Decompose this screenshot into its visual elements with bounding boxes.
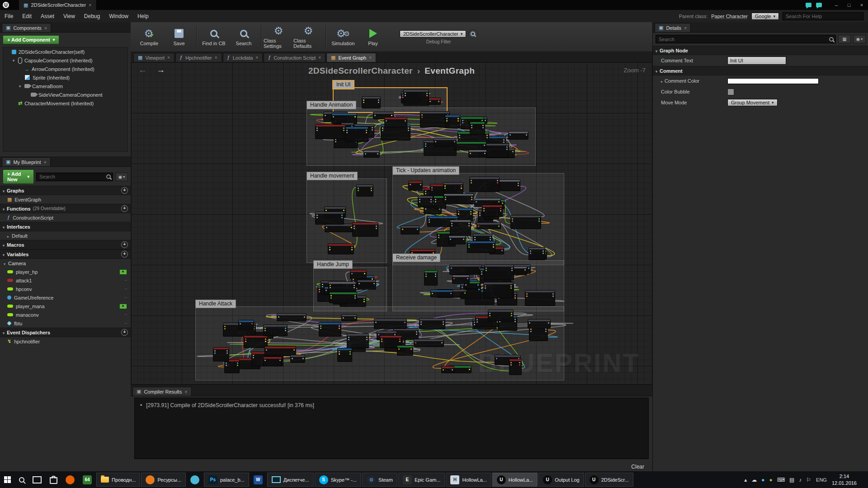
taskbar-app-skype[interactable]: SSkype™ -...: [315, 473, 361, 487]
blueprint-node[interactable]: [345, 127, 368, 142]
blueprint-node[interactable]: [510, 215, 541, 230]
debug-search-button[interactable]: [468, 29, 477, 38]
item-row-attack1[interactable]: attack1╌: [0, 276, 131, 285]
status-blue-icon[interactable]: ●: [761, 477, 764, 483]
menu-asset[interactable]: Asset: [36, 13, 59, 19]
item-row-hpconv[interactable]: hpconv╌: [0, 285, 131, 293]
blueprint-node[interactable]: [419, 318, 446, 329]
component-row-charactermovement-inherited[interactable]: ⇄CharacterMovement (Inherited): [3, 99, 127, 108]
keyboard-icon[interactable]: ⌨: [777, 477, 785, 483]
tab-hpchnotifier[interactable]: ƒHpchnotifier×: [175, 53, 222, 62]
comment-title-handle-attack[interactable]: Handle Attack: [195, 300, 236, 308]
section-graph-node[interactable]: Graph Node: [653, 46, 868, 55]
eye-open-icon[interactable]: [119, 269, 127, 275]
taskbar-app-browser[interactable]: [61, 471, 79, 488]
component-row-2dsidescrollercharacter-self[interactable]: 2DSideScrollerCharacter(self): [3, 47, 127, 56]
eye-closed-icon[interactable]: ╌: [124, 321, 127, 326]
blueprint-node[interactable]: [331, 113, 357, 124]
blueprint-node[interactable]: [470, 122, 485, 135]
menu-edit[interactable]: Edit: [18, 13, 36, 19]
taskbar-app-store[interactable]: [46, 471, 61, 488]
breadcrumb-root[interactable]: 2DSideScrollerCharacter: [308, 66, 413, 75]
taskbar-app-start-button[interactable]: [0, 471, 15, 488]
blueprint-node[interactable]: [337, 348, 352, 362]
blueprint-node[interactable]: [328, 244, 354, 254]
blueprint-node[interactable]: [469, 177, 500, 192]
blueprint-node[interactable]: [350, 270, 366, 279]
blueprint-node[interactable]: [448, 235, 466, 244]
section-header-interfaces[interactable]: Interfaces: [0, 222, 131, 231]
taskbar-app-task-manager[interactable]: Диспетче...: [267, 473, 314, 487]
taskbar-app-taskbar-search[interactable]: [15, 471, 28, 488]
item-row-player-mana[interactable]: player_mana: [0, 302, 131, 310]
close-icon[interactable]: ×: [318, 55, 321, 60]
class-settings-button[interactable]: ⚙Class Settings: [264, 23, 293, 51]
blueprint-node[interactable]: [397, 345, 413, 356]
blueprint-node[interactable]: [408, 181, 423, 190]
expander-icon[interactable]: [4, 261, 5, 266]
category-row-camera[interactable]: Camera: [0, 259, 131, 267]
community-icon[interactable]: [816, 3, 822, 7]
blueprint-node[interactable]: [445, 115, 460, 128]
blueprint-node[interactable]: [452, 275, 470, 284]
tab-compiler-results[interactable]: ▣ Compiler Results ×: [132, 387, 192, 396]
volume-icon[interactable]: ♪: [799, 477, 802, 483]
cloud-icon[interactable]: ☁: [751, 477, 757, 483]
blueprint-node[interactable]: [441, 366, 454, 373]
section-header-variables[interactable]: Variables+: [0, 249, 131, 259]
blueprint-node[interactable]: [347, 333, 369, 348]
eye-open-icon[interactable]: [119, 304, 127, 309]
item-row-constructionscript[interactable]: ƒConstructionScript: [0, 213, 131, 222]
event-graph-canvas[interactable]: ← → 2DSideScrollerCharacter›EventGraph Z…: [131, 62, 652, 385]
comment-color-swatch[interactable]: [727, 78, 819, 84]
class-defaults-button[interactable]: ⚙Class Defaults: [293, 23, 323, 51]
save-button[interactable]: Save: [164, 23, 194, 51]
play-button[interactable]: Play: [358, 23, 388, 51]
blueprint-node[interactable]: [263, 357, 282, 366]
help-search-input[interactable]: [783, 12, 863, 20]
close-icon[interactable]: ×: [167, 55, 170, 60]
close-icon[interactable]: ×: [369, 55, 372, 60]
blueprint-node[interactable]: [319, 322, 341, 337]
close-icon[interactable]: ×: [215, 55, 217, 60]
blueprint-node[interactable]: [374, 319, 407, 329]
add-event-dispatchers-button[interactable]: +: [121, 329, 128, 336]
taskbar-app-photoshop[interactable]: Pspalace_b...: [204, 473, 249, 487]
blueprint-node[interactable]: [454, 141, 486, 150]
blueprint-node[interactable]: [352, 222, 379, 237]
menu-debug[interactable]: Debug: [80, 13, 104, 19]
section-header-macros[interactable]: Macros+: [0, 240, 131, 249]
section-header-functions[interactable]: Functions(29 Overridable)+: [0, 204, 131, 213]
blueprint-node[interactable]: [476, 222, 501, 229]
component-row-capsulecomponent-inherited[interactable]: ▾CapsuleComponent (Inherited): [3, 56, 127, 65]
item-row-default[interactable]: Default: [0, 231, 131, 240]
blueprint-node[interactable]: [224, 359, 240, 373]
blueprint-node[interactable]: [484, 264, 514, 280]
blueprint-node[interactable]: [528, 319, 551, 328]
component-row-sideviewcameracomponent[interactable]: SideViewCameraComponent: [3, 90, 127, 99]
add-variables-button[interactable]: +: [121, 251, 128, 258]
eye-closed-icon[interactable]: ╌: [124, 295, 127, 300]
taskbar-app-steam[interactable]: ⊙Steam: [362, 473, 397, 487]
clock[interactable]: 2:14 12.01.2016: [832, 473, 857, 486]
blueprint-node[interactable]: [414, 339, 444, 347]
simulation-button[interactable]: ⚙⚙Simulation: [328, 23, 358, 51]
search-engine-dropdown[interactable]: Google: [751, 13, 779, 20]
blueprint-node[interactable]: [430, 290, 453, 297]
blueprint-node[interactable]: [357, 280, 376, 290]
eye-closed-icon[interactable]: ╌: [124, 278, 127, 283]
visibility-filter-button[interactable]: ◉▾: [115, 173, 128, 181]
blueprint-node[interactable]: [482, 205, 503, 216]
blueprint-node[interactable]: [428, 98, 441, 105]
window-tab[interactable]: ▦ 2DSideScrollerCharacter ×: [19, 0, 97, 10]
comment-title-tick-updates-animation[interactable]: Tick - Updates animation: [392, 166, 459, 175]
expander-icon[interactable]: [7, 233, 9, 239]
close-button[interactable]: ×: [855, 0, 868, 10]
blueprint-node[interactable]: [434, 138, 457, 146]
taskbar-app-explorer[interactable]: Проводн...: [96, 473, 140, 487]
menu-file[interactable]: File: [0, 13, 18, 19]
blueprint-node[interactable]: [277, 313, 307, 321]
blueprint-node[interactable]: [290, 355, 306, 363]
close-icon[interactable]: ×: [184, 389, 187, 394]
move-mode-dropdown[interactable]: Group Movement: [727, 99, 778, 106]
